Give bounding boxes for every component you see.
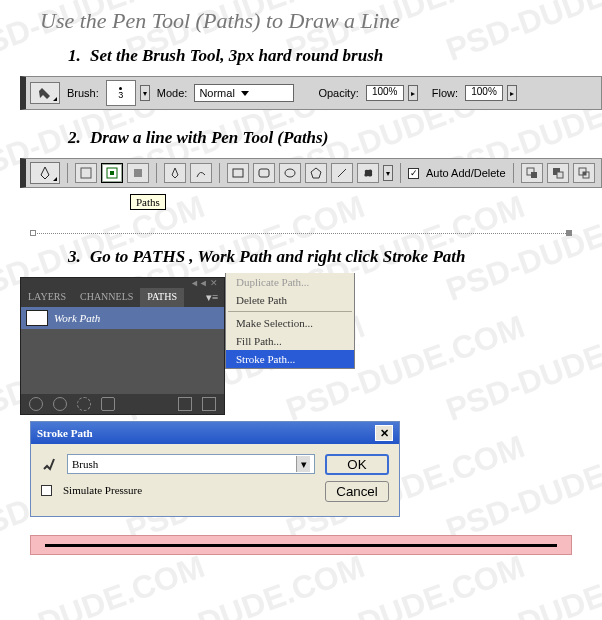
step-3: 3.Go to PATHS , Work Path and right clic… [68, 247, 562, 267]
drawn-path-preview [30, 230, 572, 237]
fill-pixels-mode-button[interactable] [127, 163, 149, 183]
shape-layers-icon [80, 167, 92, 179]
rounded-rect-shape-button[interactable] [253, 163, 275, 183]
ellipse-icon [284, 168, 296, 178]
ellipse-shape-button[interactable] [279, 163, 301, 183]
paths-mode-button[interactable] [101, 163, 123, 183]
selection-from-path-icon[interactable] [77, 397, 91, 411]
simulate-pressure-label: Simulate Pressure [63, 484, 142, 496]
brush-preset-dropdown[interactable]: ▾ [140, 85, 150, 101]
path-op-add-button[interactable] [521, 163, 543, 183]
polygon-shape-button[interactable] [305, 163, 327, 183]
work-path-row[interactable]: Work Path [21, 307, 224, 329]
stroke-path-icon[interactable] [53, 397, 67, 411]
brush-label: Brush: [67, 87, 99, 99]
simulate-pressure-checkbox[interactable] [41, 485, 52, 496]
flow-input[interactable]: 100% [465, 85, 503, 101]
intersect-area-icon [578, 167, 590, 179]
paths-mode-tooltip: Paths [130, 194, 166, 210]
brush-tool-slot[interactable] [30, 82, 60, 104]
freeform-pen-icon [195, 167, 207, 179]
stroked-line [45, 544, 557, 547]
line-shape-button[interactable] [331, 163, 353, 183]
svg-rect-5 [259, 169, 269, 177]
svg-rect-4 [233, 169, 243, 177]
page-title: Use the Pen Tool (Paths) to Draw a Line [40, 8, 562, 34]
ok-button[interactable]: OK [325, 454, 389, 475]
blend-mode-select[interactable]: Normal [194, 84, 294, 102]
brush-preset-picker[interactable]: 3 [106, 80, 136, 106]
stroke-tool-select[interactable]: Brush ▾ [67, 454, 315, 474]
svg-rect-9 [531, 172, 537, 178]
fill-pixels-icon [132, 167, 144, 179]
rectangle-shape-button[interactable] [227, 163, 249, 183]
pen-options-bar: ▾ Auto Add/Delete [20, 158, 602, 188]
anchor-start [30, 230, 36, 236]
blob-icon [362, 167, 374, 179]
svg-rect-3 [134, 169, 142, 177]
ctx-stroke-path[interactable]: Stroke Path... [226, 350, 354, 368]
mode-label: Mode: [157, 87, 188, 99]
polygon-icon [310, 167, 322, 179]
tab-paths[interactable]: PATHS [140, 288, 184, 307]
stroke-path-dialog: Stroke Path ✕ OK Cancel Brush ▾ Simulate… [30, 421, 400, 517]
freeform-pen-button[interactable] [190, 163, 212, 183]
pen-icon [39, 166, 51, 180]
svg-rect-14 [583, 172, 586, 175]
flow-label: Flow: [432, 87, 458, 99]
pen-nib-icon [170, 167, 180, 179]
ctx-duplicate-path: Duplicate Path... [226, 273, 354, 291]
ctx-fill-path[interactable]: Fill Path... [226, 332, 354, 350]
line-icon [336, 167, 348, 179]
panel-footer [21, 394, 224, 414]
svg-rect-11 [557, 172, 563, 178]
path-op-intersect-button[interactable] [573, 163, 595, 183]
step-2: 2.Draw a line with Pen Tool (Paths) [68, 128, 562, 148]
shape-layers-mode-button[interactable] [75, 163, 97, 183]
tab-channels[interactable]: CHANNELS [73, 288, 140, 307]
path-from-selection-icon[interactable] [101, 397, 115, 411]
auto-add-delete-label: Auto Add/Delete [426, 167, 506, 179]
brush-small-icon [41, 456, 59, 472]
opacity-label: Opacity: [318, 87, 358, 99]
dialog-close-button[interactable]: ✕ [375, 425, 393, 441]
tab-layers[interactable]: LAYERS [21, 288, 73, 307]
paths-mode-icon [106, 167, 118, 179]
pen-variant-button[interactable] [164, 163, 186, 183]
rectangle-icon [232, 168, 244, 178]
step-1: 1.Set the Brush Tool, 3px hard round bru… [68, 46, 562, 66]
context-menu: Duplicate Path... Delete Path Make Selec… [225, 273, 355, 369]
delete-path-footer-icon[interactable] [202, 397, 216, 411]
brush-icon [37, 85, 53, 101]
brush-options-bar: Brush: 3 ▾ Mode: Normal Opacity: 100% ▸ … [20, 76, 602, 110]
subtract-area-icon [552, 167, 564, 179]
rounded-rect-icon [258, 168, 270, 178]
dialog-titlebar: Stroke Path ✕ [31, 422, 399, 444]
add-area-icon [526, 167, 538, 179]
pen-tool-slot[interactable] [30, 162, 60, 184]
result-stroke-preview [30, 535, 572, 555]
auto-add-delete-checkbox[interactable] [408, 168, 419, 179]
new-path-icon[interactable] [178, 397, 192, 411]
paths-panel: ◄◄ ✕ LAYERS CHANNELS PATHS ▾≡ Work Path [20, 277, 225, 415]
path-op-subtract-button[interactable] [547, 163, 569, 183]
svg-line-7 [338, 169, 346, 177]
panel-grip[interactable]: ◄◄ ✕ [21, 278, 224, 288]
opacity-input[interactable]: 100% [366, 85, 404, 101]
svg-rect-2 [110, 171, 114, 175]
ctx-delete-path[interactable]: Delete Path [226, 291, 354, 309]
flow-arrow[interactable]: ▸ [507, 85, 517, 101]
shape-options-arrow[interactable]: ▾ [383, 165, 393, 181]
custom-shape-button[interactable] [357, 163, 379, 183]
ctx-make-selection[interactable]: Make Selection... [226, 314, 354, 332]
path-thumbnail [26, 310, 48, 326]
anchor-end [566, 230, 572, 236]
panel-menu-button[interactable]: ▾≡ [200, 288, 224, 307]
svg-point-6 [285, 169, 295, 177]
fill-path-icon[interactable] [29, 397, 43, 411]
cancel-button[interactable]: Cancel [325, 481, 389, 502]
svg-rect-0 [81, 168, 91, 178]
opacity-arrow[interactable]: ▸ [408, 85, 418, 101]
